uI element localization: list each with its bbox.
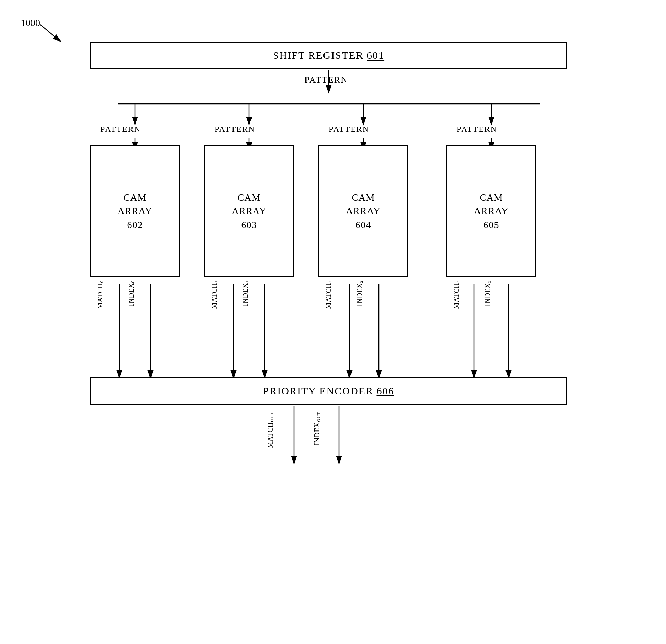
index0-label: INDEX0 (127, 280, 136, 306)
index2-label: INDEX2 (356, 280, 364, 306)
index-out-label: INDEXOUT (313, 412, 321, 445)
cam-array-605-label: CAMARRAY605 (474, 191, 509, 232)
match0-label: MATCH0 (96, 280, 104, 309)
pattern-main-label: PATTERN (304, 75, 348, 85)
svg-line-1 (40, 24, 61, 42)
pattern-label-603: PATTERN (215, 125, 255, 134)
priority-encoder-number: 606 (376, 385, 394, 397)
cam-array-604: CAMARRAY604 (318, 145, 408, 277)
cam-array-604-label: CAMARRAY604 (346, 191, 381, 232)
pattern-label-602: PATTERN (100, 125, 141, 134)
pattern-label-605: PATTERN (457, 125, 497, 134)
pattern-label-604: PATTERN (329, 125, 369, 134)
shift-register-label: SHIFT REGISTER 601 (273, 49, 384, 61)
index3-label: INDEX3 (484, 280, 492, 306)
cam-array-603: CAMARRAY603 (204, 145, 294, 277)
shift-register-number: 601 (367, 49, 384, 61)
cam-array-603-label: CAMARRAY603 (232, 191, 266, 232)
cam-array-602-label: CAMARRAY602 (118, 191, 152, 232)
cam-array-602: CAMARRAY602 (90, 145, 180, 277)
match3-label: MATCH3 (453, 280, 461, 309)
shift-register-box: SHIFT REGISTER 601 (90, 42, 567, 69)
priority-encoder-box: PRIORITY ENCODER 606 (90, 377, 567, 405)
match1-label: MATCH1 (210, 280, 219, 309)
match2-label: MATCH2 (325, 280, 333, 309)
match-out-label: MATCHOUT (266, 412, 275, 448)
index1-label: INDEX1 (241, 280, 250, 306)
cam-array-605: CAMARRAY605 (446, 145, 536, 277)
priority-encoder-label: PRIORITY ENCODER 606 (263, 385, 394, 397)
fig-label: 1000 (21, 17, 40, 28)
